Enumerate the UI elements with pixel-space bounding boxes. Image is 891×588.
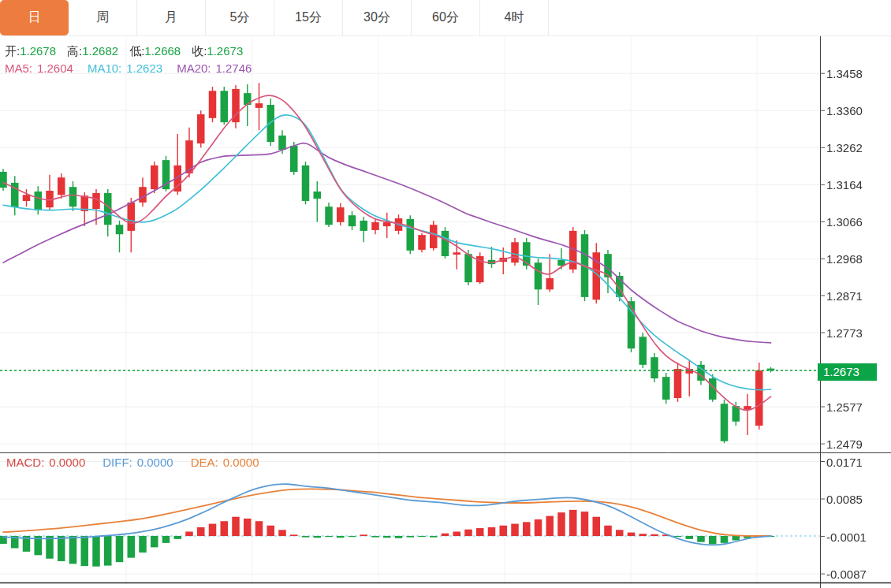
price-axis-label: 1.3360 (826, 104, 863, 117)
price-axis-label: 1.3458 (826, 67, 863, 80)
tab-30min[interactable]: 30分 (343, 0, 412, 35)
tab-5min[interactable]: 5分 (206, 0, 274, 35)
current-price-tag: 1.2673 (818, 363, 877, 381)
macd-axis-label: -0.0087 (826, 568, 867, 581)
tab-week[interactable]: 周 (69, 0, 137, 35)
tab-4hour[interactable]: 4时 (480, 0, 549, 35)
ma20-label: MA20: (177, 61, 211, 75)
ma20-value: 1.2746 (216, 61, 252, 75)
price-axis-label: 1.2968 (826, 252, 863, 266)
open-value: 1.2678 (20, 44, 56, 58)
macd-axis-label: 0.0171 (826, 456, 863, 469)
dea-label: DEA: (191, 456, 218, 469)
period-tabbar: 日 周 月 5分 15分 30分 60分 4时 (0, 0, 891, 36)
macd-label: MACD: (6, 456, 44, 469)
macd-value: 0.0000 (49, 456, 85, 469)
dea-value: 0.0000 (223, 456, 259, 469)
diff-label: DIFF: (103, 456, 132, 469)
price-axis-label: 1.2773 (826, 326, 863, 340)
price-axis-label: 1.2871 (826, 289, 863, 303)
macd-axis-label: 0.0085 (826, 493, 863, 506)
tab-day[interactable]: 日 (0, 0, 69, 35)
ma-legend: MA5:1.2604MA10:1.2623MA20:1.2746 (5, 61, 256, 75)
ohlc-legend: 开:1.2678高:1.2682低:1.2668收:1.2673 (5, 44, 254, 59)
close-value: 1.2673 (207, 44, 243, 58)
high-value: 1.2682 (82, 44, 118, 58)
ma10-value: 1.2623 (126, 61, 162, 75)
macd-axis-label: -0.0001 (826, 530, 867, 544)
tab-60min[interactable]: 60分 (412, 0, 480, 35)
ma5-label: MA5: (5, 61, 32, 75)
diff-value: 0.0000 (137, 456, 173, 469)
kline-macd-chart[interactable] (0, 0, 891, 588)
partial-axis-label: 100.0000 (826, 585, 876, 588)
ma5-value: 1.2604 (37, 61, 73, 75)
macd-legend: MACD:0.0000DIFF:0.0000DEA:0.0000 (6, 456, 264, 469)
tab-month[interactable]: 月 (137, 0, 206, 35)
price-axis-label: 1.3262 (826, 141, 863, 154)
trading-chart-window: { "tabs": { "items": [ {"label": "日", "s… (0, 0, 891, 588)
price-axis-label: 1.2577 (826, 400, 863, 414)
price-axis-label: 1.2479 (826, 437, 863, 451)
open-label: 开: (5, 44, 20, 58)
price-axis-label: 1.3066 (826, 215, 863, 229)
tab-15min[interactable]: 15分 (274, 0, 343, 35)
ma10-label: MA10: (88, 61, 121, 75)
high-label: 高: (67, 44, 82, 58)
low-value: 1.2668 (144, 44, 181, 58)
close-label: 收: (192, 44, 207, 58)
low-label: 低: (129, 44, 144, 58)
price-axis-label: 1.3164 (826, 178, 863, 192)
